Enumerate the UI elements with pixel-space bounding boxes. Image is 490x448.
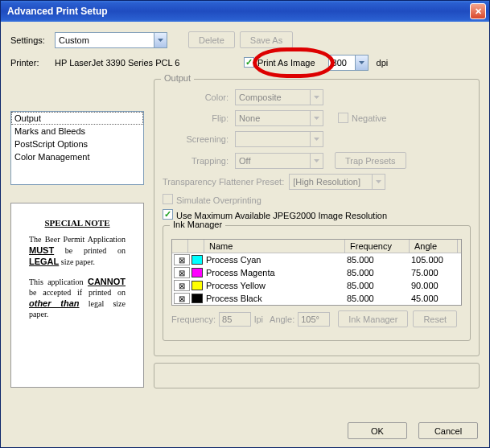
color-combo: Composite	[235, 89, 323, 105]
simulate-label: Simulate Overprinting	[176, 195, 261, 205]
freq-label: Frequency:	[171, 314, 216, 324]
jpeg2000-checkbox[interactable]	[163, 209, 173, 220]
preview-para-2: This application CANNOT be accepted if p…	[29, 276, 126, 320]
x-icon: ⊠	[174, 267, 190, 278]
settings-combo[interactable]: Custom	[55, 32, 167, 48]
swatch-icon	[191, 255, 203, 265]
trapping-combo: Off	[235, 153, 323, 169]
nav-item-output[interactable]: Output	[11, 112, 143, 125]
flip-combo: None	[235, 110, 323, 126]
dpi-value: 300	[332, 58, 347, 68]
angle-field: 105°	[298, 312, 330, 327]
swatch-icon	[191, 281, 203, 290]
ink-col-name: Name	[204, 240, 345, 253]
status-box	[154, 363, 480, 388]
flip-label: Flip:	[163, 113, 235, 123]
ink-row[interactable]: ⊠ Process Black 85.000 45.000	[172, 292, 461, 305]
negative-checkbox	[338, 113, 348, 123]
chevron-down-icon	[355, 55, 368, 70]
chevron-down-icon	[310, 154, 323, 168]
ok-button[interactable]: OK	[348, 422, 407, 439]
ink-col-freq: Frequency	[345, 240, 410, 253]
dpi-label: dpi	[377, 58, 389, 68]
nav-item-postscript[interactable]: PostScript Options	[11, 138, 143, 150]
negative-label: Negative	[352, 113, 386, 123]
simulate-checkbox	[163, 194, 173, 204]
x-icon: ⊠	[174, 293, 190, 304]
swatch-icon	[191, 294, 203, 303]
titlebar: Advanced Print Setup ✕	[1, 1, 489, 22]
preview-para-1: The Beer Permit Application MUST be prin…	[29, 234, 126, 268]
output-group: Output Color: Composite Flip: None	[154, 79, 480, 356]
flattener-combo: [High Resolution]	[289, 174, 385, 190]
advanced-print-setup-window: Advanced Print Setup ✕ Settings: Custom …	[0, 0, 490, 448]
swatch-icon	[191, 268, 203, 277]
printer-label: Printer:	[10, 58, 55, 68]
ink-manager-group: Ink Manager Name Frequency Angle ⊠	[163, 225, 471, 341]
settings-label: Settings:	[10, 35, 55, 45]
chevron-down-icon	[310, 132, 323, 146]
screening-combo	[235, 131, 323, 147]
color-label: Color:	[163, 92, 235, 102]
ink-row[interactable]: ⊠ Process Yellow 85.000 90.000	[172, 279, 461, 292]
printer-name: HP LaserJet 3390 Series PCL 6	[55, 58, 244, 68]
ink-col-angle: Angle	[410, 240, 458, 253]
nav-item-color[interactable]: Color Management	[11, 150, 143, 163]
output-legend: Output	[161, 73, 194, 83]
nav-item-marks[interactable]: Marks and Bleeds	[11, 125, 143, 138]
ink-manager-button: Ink Manager	[338, 310, 408, 327]
x-icon: ⊠	[174, 280, 190, 291]
dpi-combo[interactable]: 300	[328, 55, 369, 71]
page-preview: SPECIAL NOTE The Beer Permit Application…	[10, 203, 144, 388]
cancel-button[interactable]: Cancel	[418, 422, 478, 439]
trap-presets-button: Trap Presets	[335, 152, 406, 169]
save-as-button: Save As	[240, 31, 293, 48]
freq-field: 85	[219, 312, 251, 327]
window-title: Advanced Print Setup	[4, 6, 470, 17]
print-as-image-checkbox[interactable]	[244, 57, 254, 68]
settings-value: Custom	[59, 35, 89, 45]
close-button[interactable]: ✕	[470, 3, 486, 19]
angle-label: Angle:	[270, 314, 294, 324]
close-icon: ✕	[475, 6, 482, 17]
delete-button: Delete	[188, 31, 235, 48]
ink-row[interactable]: ⊠ Process Magenta 85.000 75.000	[172, 266, 461, 279]
ink-row[interactable]: ⊠ Process Cyan 85.000 105.000	[172, 253, 461, 266]
print-as-image-label: Print As Image	[257, 58, 315, 68]
nav-list: Output Marks and Bleeds PostScript Optio…	[10, 111, 144, 185]
chevron-down-icon	[154, 33, 167, 47]
screening-label: Screening:	[163, 134, 235, 144]
chevron-down-icon	[372, 175, 385, 189]
chevron-down-icon	[310, 90, 323, 105]
ink-table: Name Frequency Angle ⊠ Process Cyan 85.0…	[171, 239, 462, 306]
jpeg2000-label: Use Maximum Available JPEG2000 Image Res…	[176, 211, 387, 220]
preview-heading: SPECIAL NOTE	[29, 218, 126, 228]
lpi-label: lpi	[254, 314, 263, 324]
trapping-label: Trapping:	[163, 156, 235, 166]
x-icon: ⊠	[174, 254, 190, 265]
ink-legend: Ink Manager	[170, 220, 225, 229]
chevron-down-icon	[310, 111, 323, 125]
flattener-label: Transparency Flattener Preset:	[163, 177, 284, 187]
reset-button: Reset	[413, 310, 457, 327]
